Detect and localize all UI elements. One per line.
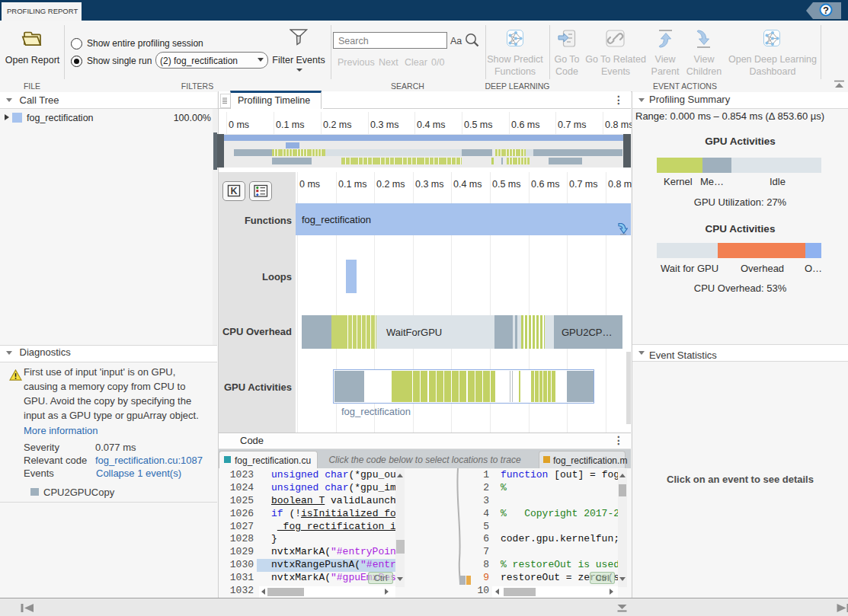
svg-text:?: ? <box>823 5 829 16</box>
svg-text:K: K <box>230 186 237 196</box>
